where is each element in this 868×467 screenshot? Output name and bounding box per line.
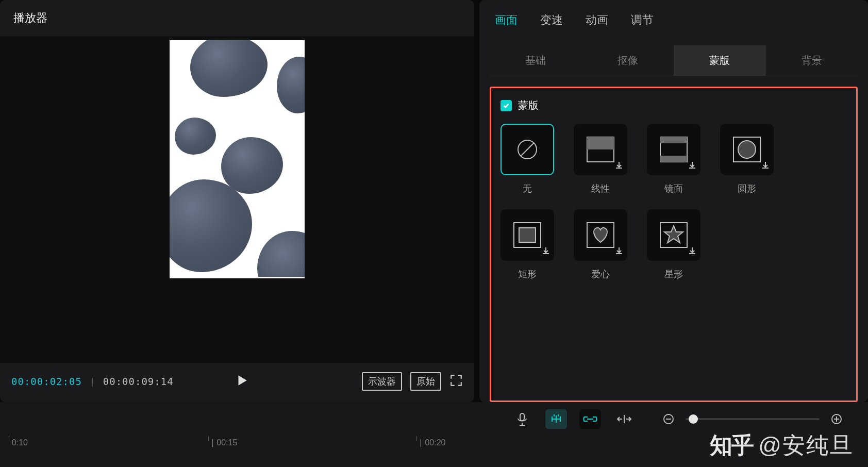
subtab-background[interactable]: 背景 xyxy=(766,45,858,76)
fullscreen-icon xyxy=(449,374,463,387)
player-title: 播放器 xyxy=(0,0,474,36)
subtab-basic[interactable]: 基础 xyxy=(490,45,582,76)
timeline-tick: 0:10 xyxy=(9,438,28,447)
mask-item-heart: 爱心 xyxy=(574,209,627,280)
mask-thumb-mirror[interactable] xyxy=(647,124,700,175)
link-icon xyxy=(582,414,598,424)
svg-rect-13 xyxy=(520,413,524,421)
download-icon xyxy=(615,161,623,171)
mask-enable-checkbox[interactable] xyxy=(500,100,512,111)
mask-label-star: 星形 xyxy=(664,268,683,280)
fullscreen-button[interactable] xyxy=(449,374,463,390)
download-icon xyxy=(542,246,550,257)
mask-label-heart: 爱心 xyxy=(591,268,610,280)
none-icon xyxy=(516,138,539,161)
download-icon xyxy=(761,161,770,171)
sub-tabs: 基础 抠像 蒙版 背景 xyxy=(490,45,858,76)
watermark: 知乎 @安纯旦 xyxy=(710,430,854,461)
scope-button[interactable]: 示波器 xyxy=(362,372,402,391)
zoom-out-icon xyxy=(663,413,674,425)
rect-icon xyxy=(512,221,543,249)
mask-thumb-rect[interactable] xyxy=(500,209,554,261)
mask-label-circle: 圆形 xyxy=(738,182,756,195)
mask-thumb-none[interactable] xyxy=(500,124,554,175)
mask-label-rect: 矩形 xyxy=(518,268,537,280)
play-icon xyxy=(235,374,248,387)
split-icon xyxy=(616,414,632,424)
tab-speed[interactable]: 变速 xyxy=(540,12,563,30)
player-panel: 播放器 00:00:02:05 | 00:00:09:14 示波器 原始 xyxy=(0,0,474,402)
magnet-icon xyxy=(549,413,563,425)
original-button[interactable]: 原始 xyxy=(410,372,441,391)
svg-rect-5 xyxy=(660,137,687,143)
check-icon xyxy=(503,102,510,109)
tab-picture[interactable]: 画面 xyxy=(495,12,518,30)
linear-icon xyxy=(585,135,616,164)
property-tabs: 画面 变速 动画 调节 xyxy=(490,0,858,35)
mirror-icon xyxy=(658,135,689,164)
zoom-control xyxy=(658,409,847,429)
svg-rect-6 xyxy=(660,156,687,162)
zoom-slider[interactable] xyxy=(686,418,820,420)
mask-label-mirror: 镜面 xyxy=(664,182,683,195)
svg-point-8 xyxy=(738,141,756,158)
mask-enable-label: 蒙版 xyxy=(518,98,539,112)
play-button[interactable] xyxy=(235,374,248,390)
svg-rect-3 xyxy=(587,137,614,149)
heart-icon xyxy=(585,221,616,249)
mic-icon xyxy=(516,412,528,426)
star-icon xyxy=(658,221,689,249)
timecode-total: 00:00:09:14 xyxy=(103,376,174,387)
zoom-in-icon xyxy=(831,413,842,425)
timeline-tick: |00:15 xyxy=(208,438,237,447)
timecode-separator: | xyxy=(91,376,94,387)
download-icon xyxy=(688,246,696,257)
split-button[interactable] xyxy=(613,409,635,429)
mask-item-mirror: 镜面 xyxy=(647,124,700,195)
mask-item-linear: 线性 xyxy=(574,124,627,195)
player-stage[interactable] xyxy=(0,36,474,363)
mask-enable-row: 蒙版 xyxy=(500,98,847,112)
mask-label-linear: 线性 xyxy=(591,182,610,195)
link-button[interactable] xyxy=(579,409,601,429)
timecode-current: 00:00:02:05 xyxy=(11,376,82,387)
circle-icon xyxy=(731,135,762,164)
mask-item-none: 无 xyxy=(500,124,554,195)
zhihu-logo: 知乎 xyxy=(710,430,753,461)
subtab-mask[interactable]: 蒙版 xyxy=(674,45,766,76)
mask-section: 蒙版 无 xyxy=(490,87,858,402)
tab-adjust[interactable]: 调节 xyxy=(631,12,654,30)
magnet-button[interactable] xyxy=(545,409,567,429)
svg-rect-10 xyxy=(519,228,536,242)
tab-animation[interactable]: 动画 xyxy=(586,12,608,30)
zoom-slider-thumb[interactable] xyxy=(689,414,698,424)
mask-thumb-heart[interactable] xyxy=(574,209,627,261)
download-icon xyxy=(615,246,623,257)
mic-button[interactable] xyxy=(511,409,533,429)
player-controls: 00:00:02:05 | 00:00:09:14 示波器 原始 xyxy=(0,363,474,402)
mask-thumb-circle[interactable] xyxy=(720,124,774,175)
mask-grid: 无 线性 xyxy=(500,124,847,280)
player-canvas[interactable] xyxy=(170,40,305,278)
mask-label-none: 无 xyxy=(523,182,532,195)
mask-item-star: 星形 xyxy=(647,209,700,280)
mask-thumb-linear[interactable] xyxy=(574,124,627,175)
timeline-toolbar xyxy=(0,402,868,434)
download-icon xyxy=(688,161,696,171)
svg-line-1 xyxy=(521,143,534,156)
mask-item-rect: 矩形 xyxy=(500,209,554,280)
subtab-cutout[interactable]: 抠像 xyxy=(582,45,674,76)
property-panel: 画面 变速 动画 调节 基础 抠像 蒙版 背景 蒙版 xyxy=(479,0,868,402)
watermark-author: @安纯旦 xyxy=(758,430,854,461)
timeline-tick: |00:20 xyxy=(416,438,445,447)
mask-item-circle: 圆形 xyxy=(720,124,774,195)
zoom-in-button[interactable] xyxy=(826,409,847,429)
zoom-out-button[interactable] xyxy=(658,409,679,429)
mask-thumb-star[interactable] xyxy=(647,209,700,261)
